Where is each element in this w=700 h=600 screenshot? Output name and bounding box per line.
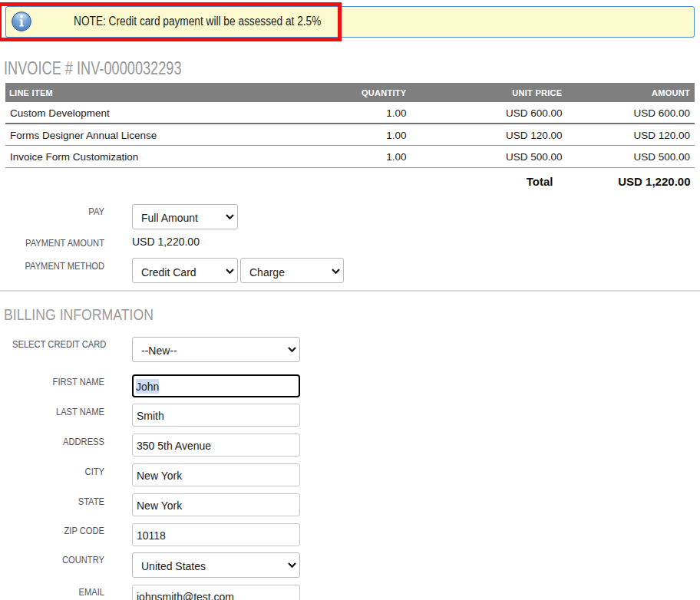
chevron-down-icon xyxy=(332,269,340,274)
chevron-down-icon xyxy=(226,269,234,274)
address-input[interactable]: 350 5th Avenue xyxy=(132,434,300,457)
last-name-row: LAST NAME Smith xyxy=(5,404,695,427)
payment-action-select[interactable]: Charge xyxy=(240,258,344,283)
billing-section-title: BILLING INFORMATION xyxy=(4,306,585,322)
chevron-down-icon xyxy=(226,214,234,219)
cell-quantity: 1.00 xyxy=(272,102,411,124)
first-name-row: FIRST NAME John xyxy=(5,374,695,397)
field-cell: Smith xyxy=(132,404,300,427)
section-divider xyxy=(0,290,700,292)
payment-method-select[interactable]: Credit Card xyxy=(132,258,238,283)
state-label: STATE xyxy=(12,493,104,507)
city-label: CITY xyxy=(12,463,104,477)
cell-amount: USD 120.00 xyxy=(567,124,695,145)
table-row: Invoice Form Customization 1.00 USD 500.… xyxy=(5,145,695,167)
zip-code-input[interactable]: 10118 xyxy=(132,523,300,546)
country-label: COUNTRY xyxy=(12,552,104,566)
select-credit-card-label: SELECT CREDIT CARD xyxy=(12,337,104,351)
last-name-label: LAST NAME xyxy=(12,404,104,417)
note-banner: NOTE: Credit card payment will be assess… xyxy=(5,6,695,38)
email-row: EMAIL johnsmith@test.com xyxy=(5,585,695,600)
payment-method-value: Credit Card xyxy=(141,266,196,279)
last-name-value: Smith xyxy=(137,410,164,422)
last-name-input[interactable]: Smith xyxy=(132,404,300,427)
state-value: New York xyxy=(137,499,182,512)
select-credit-card-row: SELECT CREDIT CARD --New-- xyxy=(5,337,695,362)
cell-line-item: Invoice Form Customization xyxy=(5,145,272,167)
selected-text: John xyxy=(136,379,159,394)
field-cell: John xyxy=(132,374,300,397)
email-input[interactable]: johnsmith@test.com xyxy=(132,585,300,600)
address-label: ADDRESS xyxy=(12,434,104,447)
first-name-input[interactable]: John xyxy=(132,374,300,397)
email-label: EMAIL xyxy=(12,585,104,598)
total-value: USD 1,220.00 xyxy=(618,175,690,188)
field-cell: 350 5th Avenue xyxy=(132,434,300,457)
field-cell: johnsmith@test.com xyxy=(132,585,300,600)
cell-amount: USD 600.00 xyxy=(567,102,695,124)
chevron-down-icon xyxy=(288,347,296,352)
address-row: ADDRESS 350 5th Avenue xyxy=(5,434,695,457)
city-row: CITY New York xyxy=(5,463,695,486)
info-icon xyxy=(12,12,31,31)
payment-method-row: PAYMENT METHOD Credit Card Charge xyxy=(5,258,695,283)
state-input[interactable]: New York xyxy=(132,493,300,516)
table-row: Custom Development 1.00 USD 600.00 USD 6… xyxy=(5,102,695,124)
cell-amount: USD 500.00 xyxy=(567,145,695,167)
country-select-value: United States xyxy=(141,560,206,572)
cell-unit-price: USD 600.00 xyxy=(411,102,567,124)
payment-amount-label: PAYMENT AMOUNT xyxy=(12,236,104,249)
field-cell: USD 1,220.00 xyxy=(132,236,200,249)
field-cell: New York xyxy=(132,493,300,516)
payment-action-value: Charge xyxy=(249,266,285,279)
payment-amount-row: PAYMENT AMOUNT USD 1,220.00 xyxy=(5,236,695,249)
city-input[interactable]: New York xyxy=(132,463,300,486)
field-cell: 10118 xyxy=(132,523,300,546)
total-row: Total USD 1,220.00 xyxy=(5,168,695,204)
table-header-row: LINE ITEM QUANTITY UNIT PRICE AMOUNT xyxy=(5,83,695,102)
credit-card-select-value: --New-- xyxy=(141,345,177,357)
email-value: johnsmith@test.com xyxy=(137,591,234,600)
first-name-label: FIRST NAME xyxy=(12,374,104,388)
table-row: Forms Designer Annual License 1.00 USD 1… xyxy=(5,124,695,145)
payment-method-label: PAYMENT METHOD xyxy=(12,258,104,272)
total-label: Total xyxy=(527,175,553,188)
cell-quantity: 1.00 xyxy=(272,145,411,167)
zip-code-label: ZIP CODE xyxy=(12,523,104,537)
country-row: COUNTRY United States xyxy=(5,552,695,578)
city-value: New York xyxy=(137,470,182,482)
state-row: STATE New York xyxy=(5,493,695,516)
chevron-down-icon xyxy=(288,562,296,568)
field-cell: United States xyxy=(132,552,300,578)
field-cell: Credit Card Charge xyxy=(132,258,344,283)
column-header-unit-price: UNIT PRICE xyxy=(411,83,567,102)
pay-row: PAY Full Amount xyxy=(5,204,695,229)
address-value: 350 5th Avenue xyxy=(137,440,211,452)
pay-select-value: Full Amount xyxy=(141,212,198,224)
field-cell: Full Amount xyxy=(132,204,238,229)
column-header-amount: AMOUNT xyxy=(567,83,695,102)
zip-code-row: ZIP CODE 10118 xyxy=(5,523,695,546)
field-cell: New York xyxy=(132,463,300,486)
column-header-quantity: QUANTITY xyxy=(272,83,411,102)
line-items-table: LINE ITEM QUANTITY UNIT PRICE AMOUNT Cus… xyxy=(5,83,695,168)
invoice-payment-page: NOTE: Credit card payment will be assess… xyxy=(0,0,700,600)
pay-label: PAY xyxy=(12,204,104,218)
zip-code-value: 10118 xyxy=(137,529,166,542)
field-cell: --New-- xyxy=(132,337,300,362)
payment-amount-value: USD 1,220.00 xyxy=(132,236,200,249)
pay-select[interactable]: Full Amount xyxy=(132,204,238,229)
country-select[interactable]: United States xyxy=(132,552,300,578)
note-text: NOTE: Credit card payment will be assess… xyxy=(74,15,321,28)
cell-quantity: 1.00 xyxy=(272,124,411,145)
credit-card-select[interactable]: --New-- xyxy=(132,337,300,362)
column-header-line-item: LINE ITEM xyxy=(5,83,272,102)
cell-line-item: Forms Designer Annual License xyxy=(5,124,272,145)
cell-unit-price: USD 120.00 xyxy=(411,124,567,145)
cell-line-item: Custom Development xyxy=(5,102,272,124)
page-title: INVOICE # INV-0000032293 xyxy=(4,59,527,77)
cell-unit-price: USD 500.00 xyxy=(411,145,567,167)
